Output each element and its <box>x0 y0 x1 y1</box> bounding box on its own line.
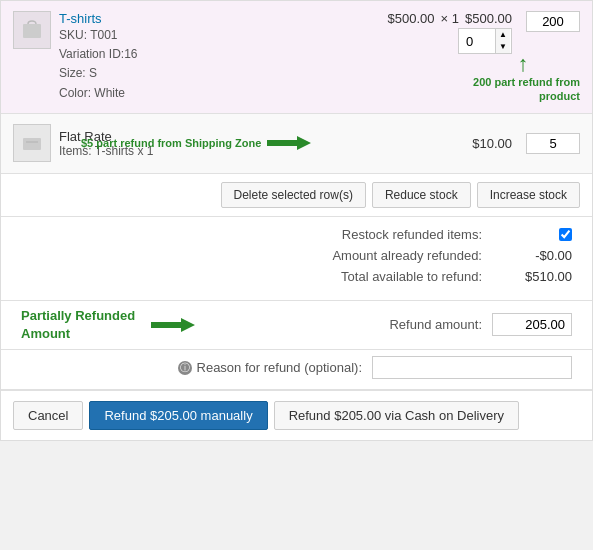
refund-details: Restock refunded items: Amount already r… <box>1 217 592 301</box>
product-sku: SKU: T001 <box>59 26 380 45</box>
product-refund-col: ↑ 200 part refund from product <box>520 11 580 32</box>
qty-spinner-buttons: ▲ ▼ <box>495 29 510 53</box>
refund-container: T-shirts SKU: T001 Variation ID:16 Size:… <box>0 0 593 441</box>
flat-rate-refund-col <box>520 133 580 154</box>
product-annotation: ↑ 200 part refund from product <box>470 53 580 104</box>
product-refund-amount-input[interactable] <box>526 11 580 32</box>
reason-row: ⓘ Reason for refund (optional): <box>1 350 592 390</box>
product-price: $500.00 <box>388 11 435 26</box>
delete-rows-button[interactable]: Delete selected row(s) <box>221 182 366 208</box>
product-refund-qty-input[interactable] <box>459 32 495 51</box>
svg-rect-0 <box>23 24 41 38</box>
product-variation-id: Variation ID:16 <box>59 45 380 64</box>
product-color: Color: White <box>59 84 380 103</box>
footer-row: Cancel Refund $205.00 manually Refund $2… <box>1 390 592 440</box>
cancel-button[interactable]: Cancel <box>13 401 83 430</box>
qty-up-button[interactable]: ▲ <box>496 29 510 41</box>
refund-amount-input[interactable] <box>492 313 572 336</box>
flat-rate-row: Flat Rate Items: T-shirts x 1 $5 part re… <box>1 114 592 174</box>
restock-checkbox-col <box>492 228 572 241</box>
product-info: T-shirts SKU: T001 Variation ID:16 Size:… <box>59 11 380 103</box>
action-buttons-row: Delete selected row(s) Reduce stock Incr… <box>1 174 592 217</box>
restock-row: Restock refunded items: <box>21 227 572 242</box>
restock-checkbox[interactable] <box>559 228 572 241</box>
refund-manual-button[interactable]: Refund $205.00 manually <box>89 401 267 430</box>
svg-marker-3 <box>151 318 195 332</box>
increase-stock-button[interactable]: Increase stock <box>477 182 580 208</box>
info-icon[interactable]: ⓘ <box>178 361 192 375</box>
product-total: $500.00 <box>465 11 512 26</box>
restock-label: Restock refunded items: <box>302 227 482 242</box>
product-price-line: $500.00 × 1 $500.00 <box>388 11 512 26</box>
already-refunded-value: -$0.00 <box>492 248 572 263</box>
product-size: Size: S <box>59 64 380 83</box>
product-row: T-shirts SKU: T001 Variation ID:16 Size:… <box>1 1 592 114</box>
qty-down-button[interactable]: ▼ <box>496 41 510 53</box>
partial-refund-section: Partially Refunded Amount Refund amount: <box>1 301 592 350</box>
refund-cod-button[interactable]: Refund $205.00 via Cash on Delivery <box>274 401 519 430</box>
reason-label: ⓘ Reason for refund (optional): <box>178 360 362 375</box>
already-refunded-label: Amount already refunded: <box>302 248 482 263</box>
reason-input[interactable] <box>372 356 572 379</box>
total-available-label: Total available to refund: <box>302 269 482 284</box>
flat-rate-thumbnail <box>13 124 51 162</box>
product-qty: × 1 <box>441 11 459 26</box>
refund-amount-row: Refund amount: <box>205 313 572 336</box>
flat-rate-price: $10.00 <box>452 136 512 151</box>
partial-refund-label: Partially Refunded Amount <box>21 307 151 343</box>
arrow-right-icon <box>267 134 311 152</box>
svg-rect-1 <box>23 138 41 150</box>
product-qty-spinner[interactable]: ▲ ▼ <box>458 28 512 54</box>
product-link[interactable]: T-shirts <box>59 11 102 26</box>
total-available-row: Total available to refund: $510.00 <box>21 269 572 284</box>
partial-refund-arrow-icon <box>151 316 195 334</box>
svg-marker-2 <box>267 136 311 150</box>
already-refunded-row: Amount already refunded: -$0.00 <box>21 248 572 263</box>
shipping-annotation: $5 part refund from Shipping Zone <box>81 134 311 152</box>
product-price-col: $500.00 × 1 $500.00 ▲ ▼ <box>388 11 512 54</box>
total-available-value: $510.00 <box>492 269 572 284</box>
reduce-stock-button[interactable]: Reduce stock <box>372 182 471 208</box>
product-thumbnail <box>13 11 51 49</box>
refund-amount-label: Refund amount: <box>389 317 482 332</box>
flat-rate-refund-input[interactable] <box>526 133 580 154</box>
